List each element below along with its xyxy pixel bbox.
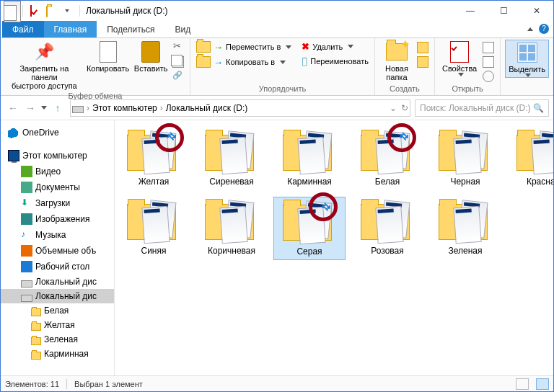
edit-icon xyxy=(483,56,494,68)
properties-label: Свойства xyxy=(442,64,477,73)
edit-button[interactable] xyxy=(481,55,496,68)
tree-music[interactable]: ♪Музыка xyxy=(1,227,114,243)
address-dropdown-icon[interactable]: ⌄ xyxy=(390,103,397,113)
properties-button[interactable]: Свойства xyxy=(439,40,480,76)
breadcrumb-root[interactable]: Этот компьютер xyxy=(92,103,157,113)
copypath-icon xyxy=(172,56,184,68)
folder-item[interactable]: Красная xyxy=(507,128,553,190)
folder-item[interactable]: Розовая xyxy=(351,197,423,260)
cut-button[interactable] xyxy=(171,41,185,54)
copy-to-label: Копировать в xyxy=(226,58,275,66)
icons-view-toggle[interactable] xyxy=(536,378,549,390)
search-box[interactable]: Поиск: Локальный диск (D:) 🔍 xyxy=(415,99,549,117)
copypath-button[interactable] xyxy=(171,55,185,68)
tree-3d[interactable]: Объемные объ xyxy=(1,243,114,259)
paste-shortcut-button[interactable] xyxy=(171,70,185,83)
tree-sub-2[interactable]: Зеленая xyxy=(1,332,114,347)
folder-item[interactable]: Желтая xyxy=(118,128,190,190)
folder-item[interactable]: Коричневая xyxy=(195,197,268,260)
file-view[interactable]: ЖелтаяСиреневаяКарминнаяБелаяЧернаяКрасн… xyxy=(115,120,553,375)
rename-icon: ⌷ xyxy=(302,55,307,67)
rename-button[interactable]: ⌷Переименовать xyxy=(300,54,370,68)
delete-icon: ✖ xyxy=(302,41,309,52)
paste-button[interactable]: Вставить xyxy=(132,40,170,73)
group-clipboard: Закрепить на панели быстрого доступа Коп… xyxy=(1,38,190,95)
folder-item[interactable]: Сиреневая xyxy=(195,128,268,190)
tree-docs[interactable]: Документы xyxy=(1,179,114,195)
tree-images[interactable]: Изображения xyxy=(1,211,114,227)
new-item-button[interactable] xyxy=(416,41,430,54)
tree-onedrive-label: OneDrive xyxy=(22,128,59,138)
tree-onedrive[interactable]: OneDrive xyxy=(1,125,114,141)
tree-this-pc[interactable]: Этот компьютер xyxy=(1,148,114,164)
forward-button[interactable]: → xyxy=(22,100,38,116)
tree-desktop[interactable]: Рабочий стол xyxy=(1,259,114,275)
tab-view[interactable]: Вид xyxy=(164,21,201,37)
collapse-ribbon-icon[interactable] xyxy=(527,27,533,31)
tab-home[interactable]: Главная xyxy=(44,21,97,37)
downloads-icon: ⬇ xyxy=(21,197,32,209)
delete-button[interactable]: ✖Удалить xyxy=(300,40,370,53)
new-folder-button[interactable]: ✦ Новая папка xyxy=(379,40,414,81)
properties-icon xyxy=(449,41,470,63)
folder-item[interactable]: Черная xyxy=(429,128,501,190)
history-button[interactable] xyxy=(481,70,496,83)
select-button[interactable]: Выделить xyxy=(505,40,549,78)
folder-thumbnail xyxy=(516,130,553,174)
back-button[interactable]: ← xyxy=(5,100,21,116)
pin-quickaccess-button[interactable]: Закрепить на панели быстрого доступа xyxy=(5,40,84,90)
tab-share[interactable]: Поделиться xyxy=(97,21,164,37)
navigation-pane[interactable]: OneDrive Этот компьютер Видео Документы … xyxy=(1,120,115,375)
tree-downloads[interactable]: ⬇Загрузки xyxy=(1,195,114,211)
folder-label: Розовая xyxy=(371,246,403,256)
folder-item[interactable]: Белая xyxy=(351,128,423,190)
drive-icon xyxy=(72,106,84,113)
qat-dropdown-icon[interactable] xyxy=(65,9,69,12)
images-icon xyxy=(21,213,32,225)
tree-disk-c[interactable]: Локальный дис xyxy=(1,275,114,289)
open-icon xyxy=(483,42,494,53)
folder-item[interactable]: Карминная xyxy=(273,128,346,190)
details-view-toggle[interactable] xyxy=(516,378,529,390)
history-dropdown-icon[interactable] xyxy=(41,106,47,110)
tree-sub-1[interactable]: Желтая xyxy=(1,318,114,332)
new-folder-qat-icon[interactable] xyxy=(46,5,58,17)
move-to-button[interactable]: →Переместить в xyxy=(195,40,293,54)
tree-video[interactable]: Видео xyxy=(1,164,114,179)
folder-thumbnail xyxy=(361,200,414,243)
folder-label: Красная xyxy=(527,177,553,187)
tree-sub-1-label: Желтая xyxy=(44,320,75,330)
copy-to-button[interactable]: →Копировать в xyxy=(195,55,293,69)
tab-file[interactable]: Файл xyxy=(2,21,44,37)
cut-icon xyxy=(172,42,184,53)
open-button[interactable] xyxy=(481,41,496,54)
folder-thumbnail xyxy=(127,200,180,243)
easy-access-button[interactable] xyxy=(416,55,430,68)
status-selected: Выбран 1 элемент xyxy=(74,380,143,388)
refresh-icon[interactable]: ↻ xyxy=(401,103,408,113)
folder-thumbnail xyxy=(127,130,180,174)
properties-qat-icon[interactable] xyxy=(30,5,42,17)
tree-sub-0[interactable]: Белая xyxy=(1,303,114,318)
tree-sub-3-label: Карминная xyxy=(44,349,89,359)
tree-disk-d[interactable]: Локальный дис xyxy=(1,289,114,303)
up-button[interactable]: ↑ xyxy=(50,100,66,116)
copy-button[interactable]: Копировать xyxy=(85,40,131,73)
tree-sub-3[interactable]: Карминная xyxy=(1,347,114,361)
tree-3d-label: Объемные объ xyxy=(35,246,96,256)
folder-item[interactable]: Серая xyxy=(273,197,346,260)
help-icon[interactable]: ? xyxy=(539,24,549,34)
folder-thumbnail xyxy=(283,130,336,174)
maximize-button[interactable]: ☐ xyxy=(487,1,520,21)
minimize-button[interactable]: ― xyxy=(454,1,487,21)
folder-item[interactable]: Синяя xyxy=(118,197,190,260)
folder-copy-icon xyxy=(196,56,211,68)
breadcrumb-leaf[interactable]: Локальный диск (D:) xyxy=(166,103,248,113)
folder-icon xyxy=(31,308,41,316)
select-label: Выделить xyxy=(509,65,545,74)
folder-item[interactable]: Зеленая xyxy=(429,197,501,260)
address-bar[interactable]: › Этот компьютер › Локальный диск (D:) ⌄… xyxy=(70,99,410,117)
tree-downloads-label: Загрузки xyxy=(35,198,70,208)
close-button[interactable]: ✕ xyxy=(520,1,553,21)
rename-label: Переименовать xyxy=(310,57,369,66)
